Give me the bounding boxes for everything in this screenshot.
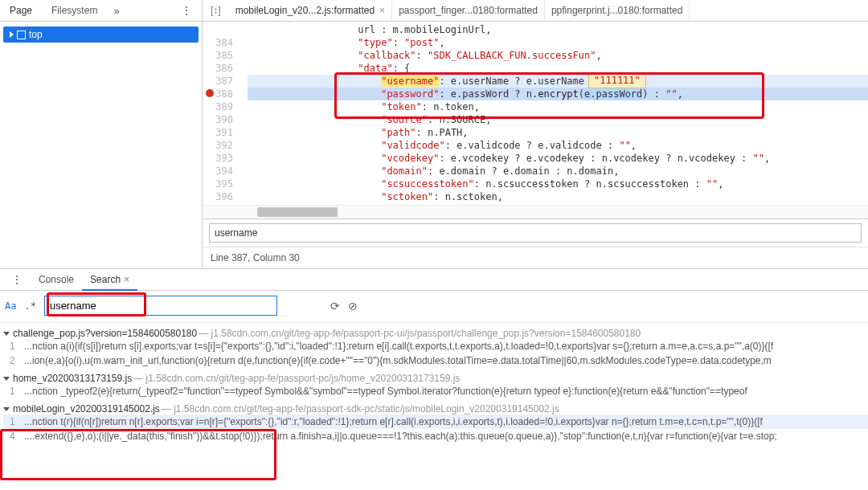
code-line[interactable]: "data": {: [248, 62, 868, 75]
code-line[interactable]: "domain": e.domain ? e.domain : n.domain…: [248, 165, 868, 178]
left-tabs: Page Filesystem » ⋮: [0, 0, 202, 22]
regex-icon[interactable]: .*: [24, 300, 35, 312]
result-file-header[interactable]: mobileLogin_v20200319145002.js — j1.58cd…: [3, 403, 868, 414]
clear-icon[interactable]: ⊘: [348, 300, 358, 312]
code-line[interactable]: "token": n.token,: [248, 100, 868, 113]
result-line-number: 1: [10, 341, 18, 352]
file-tab-label: mobileLogin_v20...2.js:formatted: [235, 5, 375, 16]
left-kebab-icon[interactable]: ⋮: [171, 1, 202, 20]
file-tab-2[interactable]: ppfingerprint.j...0180:formatted: [545, 1, 690, 20]
tree-label: top: [29, 29, 43, 40]
code-line[interactable]: "validcode": e.validcode ? e.validcode :…: [248, 139, 868, 152]
annotation-box: [0, 429, 276, 480]
code-line[interactable]: "sctoken": n.sctoken,: [248, 190, 868, 203]
result-file-header[interactable]: challenge_pop.js?version=1584600580180 —…: [3, 328, 868, 339]
code-line[interactable]: "scsuccesstoken": n.scsuccesstoken ? n.s…: [248, 178, 868, 190]
expand-icon: [3, 407, 10, 411]
result-line-number: 1: [10, 386, 18, 397]
editor-panel: [↕] mobileLogin_v20...2.js:formatted × p…: [203, 0, 868, 268]
result-file-path: — j1.58cdn.com.cn/git/teg-app-fe/passpor…: [162, 403, 559, 414]
result-line[interactable]: 2...ion(e,a){o(i),u(m.warn_init_url,func…: [3, 353, 868, 368]
file-tree: top: [0, 22, 202, 47]
tab-console[interactable]: Console: [31, 269, 82, 290]
code-line[interactable]: "vcodekey": e.vcodekey ? e.vcodekey : n.…: [248, 152, 868, 165]
code-line[interactable]: "type": "post",: [248, 36, 868, 49]
code-line[interactable]: url : m.mobileLoginUrl,: [248, 23, 868, 36]
tabs-overflow[interactable]: »: [107, 2, 125, 20]
result-file-header[interactable]: home_v20200313173159.js — j1.58cdn.com.c…: [3, 373, 868, 384]
code-content[interactable]: url : m.mobileLoginUrl, "type": "post", …: [248, 22, 868, 205]
result-line-text: ...nction _typeof2(e){return(_typeof2="f…: [24, 386, 747, 397]
result-file-path: — j1.58cdn.com.cn/git/teg-app-fe/passpor…: [133, 373, 460, 384]
tab-search[interactable]: Search×: [82, 269, 137, 291]
line-gutter[interactable]: 3843853863873883893903913923933943953963…: [203, 22, 248, 205]
file-tab-label: ppfingerprint.j...0180:formatted: [551, 5, 682, 16]
code-line[interactable]: "callback": "SDK_CALLBACK_FUN.successFun…: [248, 49, 868, 62]
close-icon[interactable]: ×: [124, 274, 129, 285]
value-tooltip: "111111": [588, 72, 646, 88]
breakpoint-icon[interactable]: [206, 89, 214, 97]
file-tab-0[interactable]: mobileLogin_v20...2.js:formatted ×: [229, 1, 392, 20]
tab-search-label: Search: [90, 274, 121, 285]
result-line-number: 2: [10, 355, 18, 366]
horizontal-scrollbar[interactable]: [203, 205, 868, 218]
annotation-box: [47, 292, 146, 316]
file-tabs: [↕] mobileLogin_v20...2.js:formatted × p…: [203, 0, 868, 22]
code-line[interactable]: "path": n.PATH,: [248, 126, 868, 139]
file-tab-1[interactable]: passport_finger...0180:formatted: [392, 1, 545, 20]
expand-icon: [3, 377, 10, 381]
result-file-path: — j1.58cdn.com.cn/git/teg-app-fe/passpor…: [199, 328, 641, 339]
code-line[interactable]: "username": e.userName ? e.userName : ""…: [248, 75, 868, 88]
search-results: challenge_pop.js?version=1584600580180 —…: [0, 323, 868, 490]
drawer: ⋮ Console Search× Aa .* ⟳ ⊘ challenge_po…: [0, 269, 868, 490]
result-file-name: challenge_pop.js?version=1584600580180: [13, 328, 197, 339]
find-input[interactable]: [209, 223, 862, 243]
status-bar: Line 387, Column 30: [203, 247, 868, 268]
drawer-kebab-icon[interactable]: ⋮: [3, 270, 31, 289]
tab-page[interactable]: Page: [0, 0, 42, 21]
drawer-tabs: ⋮ Console Search×: [0, 269, 868, 291]
result-line[interactable]: 1...nction t(r){if(n[r])return n[r].expo…: [3, 414, 868, 429]
toggle-navigator-icon[interactable]: [↕]: [203, 2, 229, 19]
result-line-text: ...ion(e,a){o(i),u(m.warn_init_url,funct…: [24, 355, 772, 366]
tab-filesystem[interactable]: Filesystem: [42, 0, 107, 21]
find-bar: [203, 218, 868, 247]
expand-icon: [10, 31, 14, 38]
code-line[interactable]: "password": e.passWord ? n.encrypt(e.pas…: [248, 88, 868, 100]
result-file-name: mobileLogin_v20200319145002.js: [13, 403, 160, 414]
file-tab-label: passport_finger...0180:formatted: [399, 5, 538, 16]
result-line[interactable]: 1...nction a(i){if(s[i])return s[i].expo…: [3, 339, 868, 353]
search-toolbar: Aa .* ⟳ ⊘: [0, 291, 868, 323]
refresh-icon[interactable]: ⟳: [330, 300, 340, 312]
result-line-number: 1: [10, 416, 18, 427]
match-case-icon[interactable]: Aa: [5, 300, 16, 312]
code-editor[interactable]: 3843853863873883893903913923933943953963…: [203, 22, 868, 205]
close-icon[interactable]: ×: [379, 5, 385, 16]
tree-item-top[interactable]: top: [3, 27, 199, 43]
result-line[interactable]: 1...nction _typeof2(e){return(_typeof2="…: [3, 384, 868, 398]
frame-icon: [17, 31, 26, 39]
result-line-text: ...nction t(r){if(n[r])return n[r].expor…: [24, 416, 763, 427]
scrollbar-thumb[interactable]: [257, 207, 338, 217]
sources-navigator: Page Filesystem » ⋮ top: [0, 0, 203, 268]
expand-icon: [3, 332, 10, 336]
code-line[interactable]: "source": n.SOURCE,: [248, 113, 868, 126]
result-file-name: home_v20200313173159.js: [13, 373, 132, 384]
result-line-text: ...nction a(i){if(s[i])return s[i].expor…: [24, 341, 773, 352]
